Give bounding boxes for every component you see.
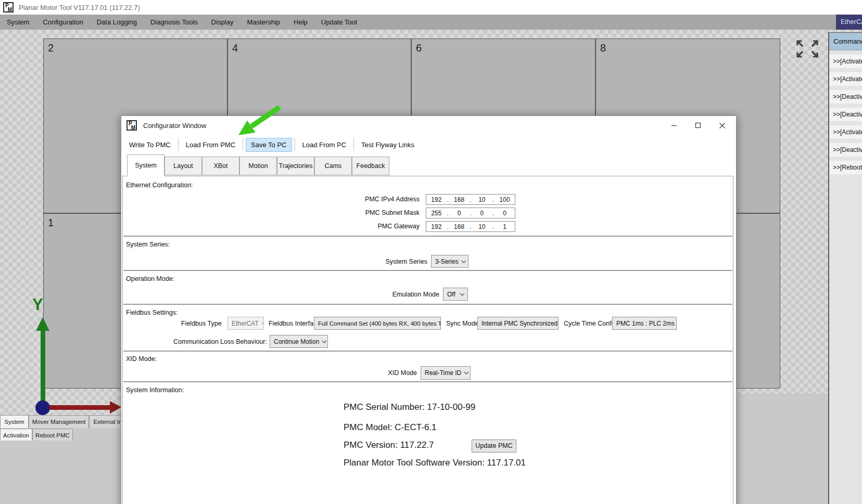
test-flyway-links-button[interactable]: Test Flyway Links [357,138,419,151]
maximize-icon[interactable] [686,116,710,135]
ethercat-button[interactable]: EtherCA [836,15,862,30]
section-separator [123,304,732,305]
section-separator [123,270,732,271]
close-icon[interactable] [710,116,734,135]
octet[interactable]: 1 [495,223,515,230]
app-title: Planar Motor Tool V117.17.01 (117.22.7) [19,4,140,11]
octet[interactable]: 0 [472,210,492,217]
tab-system-bottom[interactable]: System [0,415,29,428]
cycle-time-config-dropdown[interactable]: PMC 1ms : PLC 2ms [612,317,677,330]
pmc-ipv4-input[interactable]: 192.168.10.100 [426,194,515,205]
system-series-label: System Series [323,258,427,265]
octet[interactable]: 168 [449,223,470,230]
tab-cams[interactable]: Cams [314,157,352,175]
pmc-subnet-input[interactable]: 255.0.0.0 [426,208,515,218]
menu-data-logging[interactable]: Data Logging [90,15,144,30]
tile-label: 8 [600,42,606,54]
menu-mastership[interactable]: Mastership [240,15,287,30]
menu-display[interactable]: Display [205,15,240,30]
tile-label: 1 [48,217,54,229]
command-item-deactivate-2[interactable]: >>[Deactiv [829,108,862,121]
xid-mode-value: Real-Time ID [425,369,461,377]
chevron-down-icon [261,322,264,325]
configurator-title: Configurator Window [143,122,206,130]
pm-logo-icon: P M [126,120,137,131]
command-item-reboot[interactable]: >>[Reboot [829,161,862,174]
command-item-deactivate-1[interactable]: >>[Deactiv [829,90,862,104]
emulation-mode-dropdown[interactable]: Off [443,288,468,301]
system-series-title: System Series: [126,241,170,248]
octet[interactable]: 0 [495,210,515,217]
system-series-dropdown[interactable]: 3-Series [431,255,468,268]
system-information-title: System Information: [126,386,184,394]
pmc-model: PMC Model: C-ECT-6.1 [344,422,437,433]
chevron-down-icon [460,293,465,296]
tab-layout[interactable]: Layout [164,157,202,175]
command-item-activate-1[interactable]: >>[Activate [829,55,862,68]
xid-mode-title: XID Mode: [126,355,157,363]
pm-logo-m: M [131,125,135,131]
menu-configuration[interactable]: Configuration [36,15,90,30]
tab-reboot-pmc[interactable]: Reboot PMC [32,429,73,441]
xid-mode-dropdown[interactable]: Real-Time ID [421,366,471,380]
menu-update-tool[interactable]: Update Tool [314,15,364,30]
menu-help[interactable]: Help [287,15,314,30]
sync-mode-dropdown[interactable]: Internal PMC Synchronized [477,317,559,330]
tab-motion[interactable]: Motion [239,157,277,175]
bottom-left-panel: System Mover Management External Int Act… [0,415,121,504]
software-version: Planar Motor Tool Software Version: 117.… [344,458,526,468]
menubar: System Configuration Data Logging Diagno… [0,15,862,30]
tab-xbot[interactable]: XBot [202,157,239,175]
update-pmc-button[interactable]: Update PMC [472,440,516,453]
pmc-ipv4-label: PMC IPv4 Address [300,196,420,203]
tab-mover-management[interactable]: Mover Management [29,415,89,428]
fieldbus-type-dropdown[interactable]: EtherCAT [227,317,264,330]
cycle-time-config-value: PMC 1ms : PLC 2ms [616,320,675,327]
section-separator [123,236,732,237]
octet[interactable]: 168 [449,196,470,203]
chevron-down-icon [464,371,469,374]
load-from-pc-button[interactable]: Load From PC [298,138,351,151]
cycle-time-config-label: Cycle Time Config [564,320,616,327]
octet[interactable]: 192 [426,223,447,230]
comm-loss-label: Communication Loss Behaviour: [167,338,267,345]
emulation-mode-value: Off [447,291,455,298]
configurator-window: P M Configurator Window Write To PMC Loa… [121,115,737,504]
pmc-gateway-input[interactable]: 192.168.10.1 [426,221,515,232]
x-axis-shaft [49,405,110,410]
command-item-activate-3[interactable]: >>[Activate [829,125,862,139]
configurator-titlebar[interactable]: P M Configurator Window [121,116,736,135]
fieldbus-interface-value: Full Command Set (400 bytes RX, 400 byte… [318,320,441,327]
menu-system[interactable]: System [0,15,36,30]
octet[interactable]: 100 [495,196,515,203]
command-header: Command [829,33,862,50]
y-axis-arrow-icon [36,317,49,331]
operation-mode-title: Operation Mode: [126,275,174,282]
tile-label: 2 [48,42,54,54]
expand-fullscreen-icon[interactable] [795,38,820,61]
fieldbus-interface-label: Fieldbus Interface [269,320,320,327]
command-item-deactivate-3[interactable]: >>[Deactiv [829,143,862,157]
system-series-value: 3-Series [435,258,459,265]
emulation-mode-label: Emulation Mode [335,291,439,298]
octet[interactable]: 10 [472,223,492,230]
minimize-icon[interactable] [662,116,686,135]
fieldbus-interface-dropdown[interactable]: Full Command Set (400 bytes RX, 400 byte… [314,317,441,330]
pmc-serial-number: PMC Serial Number: 17-10-00-99 [344,402,475,412]
octet[interactable]: 255 [426,210,447,217]
pm-logo-m: M [8,7,12,12]
octet[interactable]: 192 [426,196,447,203]
comm-loss-dropdown[interactable]: Continue Motion [270,335,328,348]
octet[interactable]: 10 [472,196,492,203]
tile-label: 4 [232,42,238,54]
menu-diagnosis-tools[interactable]: Diagnosis Tools [144,15,205,30]
tab-system[interactable]: System [127,154,164,176]
command-item-activate-2[interactable]: >>[Activate [829,72,862,86]
tab-trajectories[interactable]: Trajectories [277,157,314,175]
write-to-pmc-button[interactable]: Write To PMC [124,138,175,151]
tab-feedback[interactable]: Feedback [352,157,389,175]
tab-activation[interactable]: Activation [0,429,32,441]
y-axis-label: Y [32,295,43,314]
sync-mode-value: Internal PMC Synchronized [481,320,557,327]
octet[interactable]: 0 [449,210,470,217]
